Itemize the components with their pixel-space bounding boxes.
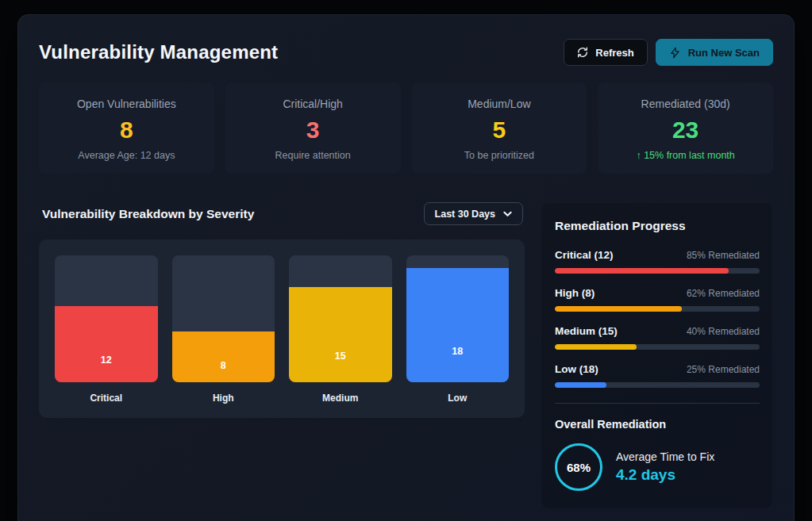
progress-label: Medium (15) [555, 325, 618, 337]
stat-value: 23 [604, 117, 767, 143]
run-new-scan-button[interactable]: Run New Scan [656, 39, 773, 66]
bar-value-label: 12 [55, 354, 158, 366]
overall-remediation-row: 68% Average Time to Fix 4.2 days [555, 443, 760, 491]
page-title: Vulnerability Management [39, 41, 278, 63]
overall-remediation-title: Overall Remediation [555, 418, 760, 431]
breakdown-header: Vulnerability Breakdown by Severity Last… [39, 202, 525, 225]
avg-time-value: 4.2 days [616, 466, 714, 484]
chevron-down-icon [503, 209, 512, 220]
stat-value: 5 [418, 117, 581, 143]
bar-fill-critical: 12 [55, 306, 158, 382]
progress-track [555, 344, 760, 350]
bar-value-label: 8 [172, 360, 275, 371]
bar-fill-low: 18 [406, 268, 510, 382]
header: Vulnerability Management Refresh Run Ne [39, 36, 773, 66]
bar-value-label: 18 [406, 346, 510, 357]
bar-track-critical: 12 [55, 255, 158, 382]
remediation-panel: Remediation Progress Critical (12) 85% R… [541, 202, 773, 509]
stat-card-medium-low: Medium/Low 5 To be prioritized [412, 82, 587, 174]
progress-label: Critical (12) [555, 249, 614, 261]
refresh-button-label: Refresh [595, 47, 633, 59]
progress-row-low: Low (18) 25% Remediated [555, 363, 760, 388]
stat-card-critical-high: Critical/High 3 Require attention [225, 82, 401, 174]
stat-subtext: Require attention [232, 150, 394, 161]
stat-value: 8 [45, 117, 208, 143]
stat-subtext: To be prioritized [418, 150, 581, 161]
bar-track-medium: 15 [289, 255, 392, 382]
category-label-low: Low [406, 393, 510, 404]
bar-fill-medium: 15 [289, 287, 392, 382]
breakdown-section: Vulnerability Breakdown by Severity Last… [39, 202, 525, 418]
divider [555, 403, 760, 404]
stat-label: Critical/High [232, 98, 394, 110]
progress-row-high: High (8) 62% Remediated [555, 287, 760, 312]
avg-time-label: Average Time to Fix [616, 450, 714, 463]
main-content: Vulnerability Breakdown by Severity Last… [39, 202, 773, 509]
stats-row: Open Vulnerabilities 8 Average Age: 12 d… [39, 82, 773, 174]
severity-bar-chart: 12 8 15 18 [39, 239, 525, 418]
run-new-scan-label: Run New Scan [688, 47, 760, 59]
bar-track-high: 8 [172, 255, 275, 382]
progress-track [555, 382, 760, 388]
progress-track [555, 268, 760, 274]
stat-card-remediated: Remediated (30d) 23 ↑ 15% from last mont… [598, 82, 773, 174]
bar-track-low: 18 [406, 255, 510, 382]
header-actions: Refresh Run New Scan [564, 39, 773, 66]
bar-value-label: 15 [289, 351, 392, 362]
stat-label: Remediated (30d) [604, 98, 767, 110]
progress-status: 85% Remediated [687, 250, 760, 261]
progress-status: 40% Remediated [687, 326, 760, 337]
progress-label: Low (18) [555, 363, 598, 375]
stat-trend-text: ↑ 15% from last month [604, 150, 767, 161]
progress-row-critical: Critical (12) 85% Remediated [555, 249, 760, 274]
progress-fill [555, 268, 729, 274]
stat-label: Open Vulnerabilities [45, 98, 208, 110]
progress-fill [555, 344, 637, 350]
category-label-medium: Medium [289, 393, 392, 404]
stat-card-open-vulnerabilities: Open Vulnerabilities 8 Average Age: 12 d… [39, 82, 214, 174]
lightning-icon [669, 47, 681, 59]
progress-fill [555, 382, 606, 388]
period-dropdown-value: Last 30 Days [435, 209, 495, 220]
bar-fill-high: 8 [172, 331, 275, 382]
avg-time-block: Average Time to Fix 4.2 days [616, 450, 714, 484]
overall-percent-ring: 68% [555, 443, 602, 491]
stat-value: 3 [232, 117, 394, 143]
breakdown-title: Vulnerability Breakdown by Severity [42, 207, 254, 221]
progress-status: 62% Remediated [687, 288, 760, 299]
chart-category-labels: Critical High Medium Low [55, 393, 509, 404]
progress-row-medium: Medium (15) 40% Remediated [555, 325, 760, 350]
chart-bars: 12 8 15 18 [55, 255, 509, 382]
remediation-title: Remediation Progress [555, 219, 760, 233]
progress-status: 25% Remediated [687, 364, 760, 375]
period-dropdown[interactable]: Last 30 Days [424, 202, 523, 225]
progress-label: High (8) [555, 287, 595, 299]
progress-track [555, 306, 760, 312]
category-label-critical: Critical [55, 393, 158, 404]
overall-percent-value: 68% [567, 461, 591, 474]
stat-subtext: Average Age: 12 days [45, 150, 208, 161]
refresh-button[interactable]: Refresh [564, 39, 647, 66]
category-label-high: High [172, 393, 275, 404]
refresh-icon [577, 47, 588, 58]
dashboard-panel: Vulnerability Management Refresh Run Ne [17, 14, 795, 521]
stat-label: Medium/Low [418, 98, 581, 110]
progress-fill [555, 306, 682, 312]
